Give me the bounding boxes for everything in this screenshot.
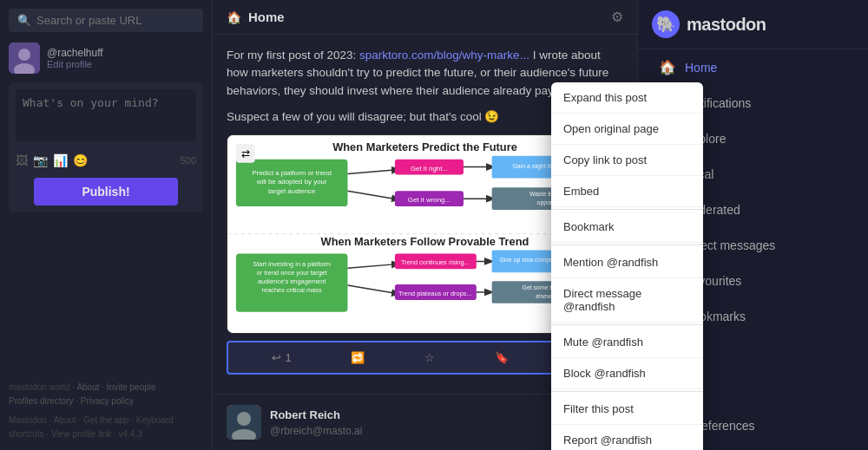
svg-text:Start investing in a platform: Start investing in a platform: [253, 260, 331, 268]
bookmark-icon: 🔖: [495, 351, 509, 364]
publish-button[interactable]: Publish!: [34, 178, 178, 205]
poll-tool-icon[interactable]: 📊: [53, 153, 68, 167]
svg-text:or trend once your target: or trend once your target: [257, 269, 327, 277]
dropdown-divider-3: [551, 324, 703, 325]
svg-text:will be adopted by your: will be adopted by your: [256, 178, 327, 186]
context-menu: Expand this post Open original page Copy…: [551, 82, 703, 450]
svg-text:When Marketers Predict the Fut: When Marketers Predict the Future: [332, 140, 517, 153]
dropdown-dm[interactable]: Direct message @randfish: [551, 278, 703, 323]
dropdown-bookmark[interactable]: Bookmark: [551, 212, 703, 243]
footer-links: mastodon.world · About · Invite peoplePr…: [9, 381, 203, 408]
profile-edit-link[interactable]: Edit profile: [47, 59, 103, 69]
svg-text:When Marketers Follow Provable: When Marketers Follow Provable Trend: [321, 235, 529, 248]
svg-text:⇄: ⇄: [241, 147, 250, 160]
dropdown-copy-link[interactable]: Copy link to post: [551, 145, 703, 176]
search-input[interactable]: [36, 14, 194, 27]
dropdown-block[interactable]: Block @randfish: [551, 358, 703, 389]
svg-text:Trend plateaus or drops...: Trend plateaus or drops...: [398, 290, 472, 297]
nav-home-label: Home: [685, 61, 717, 75]
feed-title-text: Home: [248, 10, 285, 24]
profiles-link[interactable]: Profiles directory: [9, 396, 73, 406]
bookmark-button[interactable]: 🔖: [495, 351, 509, 364]
reply-icon: ↩: [272, 351, 281, 364]
invite-link[interactable]: Invite people: [107, 382, 156, 392]
reply-count: 1: [285, 351, 291, 364]
star-icon: ☆: [424, 351, 435, 364]
profile-handle: @rachelhuff: [47, 47, 103, 59]
svg-point-1: [18, 49, 30, 61]
gif-tool-icon[interactable]: 📷: [33, 153, 48, 167]
dropdown-filter[interactable]: Filter this post: [551, 394, 703, 425]
boost-button[interactable]: 🔁: [351, 351, 365, 364]
privacy-link[interactable]: Privacy policy: [81, 396, 134, 406]
about-link[interactable]: About: [76, 382, 99, 392]
avatar: [9, 42, 40, 74]
post-text-before: For my first post of 2023:: [227, 49, 359, 62]
svg-text:Get it right...: Get it right...: [411, 165, 448, 173]
post-link[interactable]: sparktoro.com/blog/why-marke...: [359, 49, 529, 62]
dropdown-divider-4: [551, 391, 703, 392]
dropdown-divider-1: [551, 209, 703, 210]
favorite-button[interactable]: ☆: [424, 351, 435, 364]
char-count: 500: [181, 155, 196, 166]
svg-text:target audience: target audience: [268, 187, 316, 195]
svg-text:Get it wrong...: Get it wrong...: [408, 196, 450, 204]
compose-textarea[interactable]: [16, 89, 196, 141]
next-post-avatar: [227, 405, 261, 440]
mastodon-logo-icon: 🐘: [652, 10, 680, 38]
dropdown-mention[interactable]: Mention @randfish: [551, 247, 703, 278]
dropdown-expand[interactable]: Expand this post: [551, 82, 703, 114]
feed-header: 🏠 Home ⚙: [213, 0, 637, 35]
svg-text:audience's engagement: audience's engagement: [258, 277, 326, 285]
image-tool-icon[interactable]: 🖼: [16, 153, 28, 167]
nav-item-home[interactable]: 🏠 Home: [645, 50, 861, 84]
svg-text:Trend continues rising...: Trend continues rising...: [401, 258, 470, 266]
search-icon: 🔍: [17, 14, 31, 27]
dropdown-report[interactable]: Report @randfish: [551, 425, 703, 450]
compose-box: 🖼 📷 📊 😊 500 Publish!: [9, 82, 203, 212]
reply-button[interactable]: ↩ 1: [272, 351, 291, 364]
left-sidebar: 🔍 @rachelhuff Edit profile 🖼 📷 📊 😊 500 P…: [0, 0, 213, 450]
sidebar-footer: mastodon.world · About · Invite peoplePr…: [9, 381, 203, 441]
next-post-info: Robert Reich @rbreich@masto.ai: [270, 407, 587, 438]
search-bar[interactable]: 🔍: [9, 9, 203, 32]
filter-icon[interactable]: ⚙: [611, 9, 623, 25]
svg-text:Predict a platform or trend: Predict a platform or trend: [252, 169, 331, 177]
profile-area: @rachelhuff Edit profile: [9, 42, 203, 74]
next-post-handle: @rbreich@masto.ai: [270, 425, 362, 437]
home-header-icon: 🏠: [227, 10, 241, 24]
svg-point-45: [237, 412, 251, 426]
mastodon-logo-text: mastodon: [687, 15, 766, 35]
emoji-tool-icon[interactable]: 😊: [73, 153, 88, 167]
dropdown-open-original[interactable]: Open original page: [551, 114, 703, 145]
footer-meta: Mastodon · About · Get the app · Keyboar…: [9, 414, 203, 441]
svg-text:reaches critical mass: reaches critical mass: [262, 286, 322, 294]
nav-home-icon: 🏠: [659, 59, 676, 75]
dropdown-embed[interactable]: Embed: [551, 176, 703, 207]
boost-icon: 🔁: [351, 351, 365, 364]
compose-toolbar: 🖼 📷 📊 😊 500: [16, 150, 196, 171]
mastodon-logo-area: 🐘 mastodon: [638, 0, 868, 49]
next-post-name: Robert Reich: [270, 408, 340, 421]
profile-info: @rachelhuff Edit profile: [47, 47, 103, 69]
feed-title: 🏠 Home: [227, 10, 285, 24]
dropdown-mute[interactable]: Mute @randfish: [551, 327, 703, 358]
dropdown-divider-2: [551, 245, 703, 245]
